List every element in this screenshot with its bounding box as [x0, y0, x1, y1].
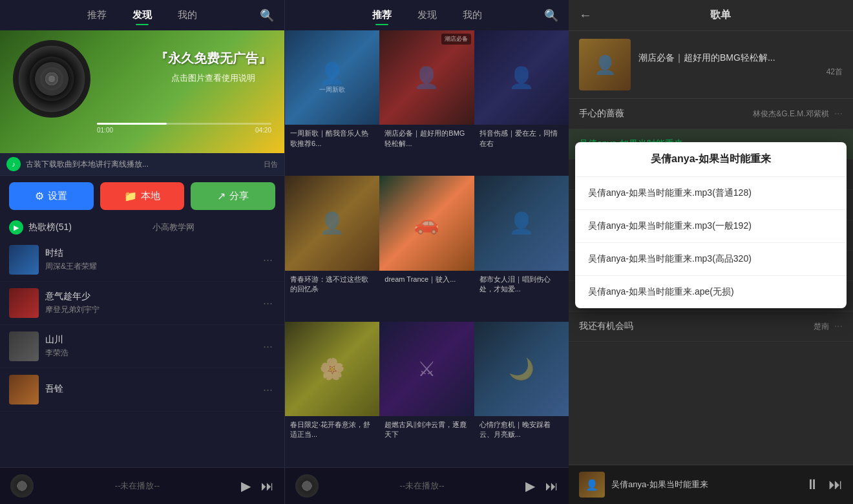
- site-name: 小高教学网: [72, 222, 275, 233]
- hero-banner[interactable]: 『永久免费无广告』 点击图片查看使用说明 01:00 04:20: [0, 30, 284, 153]
- pause-button-p3[interactable]: ⏸: [805, 476, 819, 493]
- card-image-1: 👤 一周新歌: [285, 30, 379, 125]
- card-overlay-9: 心情疗愈机｜晚安踩着云、月亮贩...: [474, 416, 569, 444]
- panel3-player: 👤 吴倩anya-如果当时能重来 ⏸ ⏭: [569, 465, 853, 504]
- card-caption-3: 抖音伤感｜爱在左，同情在右: [479, 129, 563, 149]
- discover-card-4[interactable]: 👤 青春环游：逃不过这些歌的回忆杀: [285, 176, 379, 321]
- song-info: 吾铨: [45, 383, 260, 397]
- card-image-5: 🚗: [379, 176, 474, 270]
- song-item[interactable]: 意气趁年少 摩登兄弟刘宇宁 ···: [0, 282, 284, 325]
- local-button[interactable]: 📁 本地: [100, 182, 185, 210]
- card-overlay-1: 一周新歌｜酷我音乐人热歌推荐6...: [285, 125, 379, 152]
- bottom-player-p2: --未在播放-- ▶ ⏭: [285, 467, 569, 504]
- panel3-controls: ⏸ ⏭: [805, 476, 843, 493]
- card-image-2: 👤 潮店必备: [379, 30, 474, 125]
- panel3-header: ← 歌单: [569, 0, 853, 31]
- hero-subtitle: 点击图片查看使用说明: [155, 72, 271, 84]
- playlist-song-name: 手心的蔷薇: [579, 108, 753, 120]
- song-thumb: [9, 245, 39, 275]
- card-image-3: 👤: [474, 30, 569, 125]
- panel1-nav: 推荐 发现 我的 🔍: [0, 0, 284, 30]
- panel-discover: 推荐 发现 我的 🔍 👤 一周新歌 一周新歌｜酷我音乐人热歌推荐6... 👤 潮…: [284, 0, 569, 504]
- card-image-7: 🌸: [285, 322, 379, 416]
- card-image-6: 👤: [474, 176, 569, 270]
- download-option-128[interactable]: 吴倩anya-如果当时能重来.mp3(普通128): [575, 177, 847, 210]
- player-controls-p2: ▶ ⏭: [525, 478, 558, 494]
- ticker-icon: ♪: [6, 157, 21, 171]
- more-options-btn[interactable]: ···: [834, 108, 843, 120]
- next-button-p3[interactable]: ⏭: [828, 476, 843, 493]
- discover-card-5[interactable]: 🚗 dream Trance｜驶入...: [379, 176, 474, 321]
- download-dialog: 吴倩anya-如果当时能重来 吴倩anya-如果当时能重来.mp3(普通128)…: [575, 142, 847, 308]
- card-overlay-8: 超燃古风‖剑冲云霄，逐鹿天下: [379, 416, 474, 444]
- more-options-btn[interactable]: ···: [834, 320, 843, 332]
- tab-p2-discover[interactable]: 发现: [405, 5, 450, 25]
- card-overlay-5: dream Trance｜驶入...: [379, 271, 474, 288]
- download-option-320[interactable]: 吴倩anya-如果当时能重来.mp3(高品320): [575, 243, 847, 276]
- song-list: 时结 周深&王者荣耀 ··· 意气趁年少 摩登兄弟刘宇宁 ··· 山川 李荣浩 …: [0, 238, 284, 467]
- discover-card-3[interactable]: 👤 抖音伤感｜爱在左，同情在右: [474, 30, 569, 176]
- song-info: 山川 李荣浩: [45, 334, 260, 359]
- download-option-192[interactable]: 吴倩anya-如果当时能重来.mp3(一般192): [575, 210, 847, 243]
- discover-card-2[interactable]: 👤 潮店必备 潮店必备｜超好用的BMG轻松解...: [379, 30, 474, 176]
- discover-card-7[interactable]: 🌸 春日限定·花开春意浓，舒适正当...: [285, 322, 379, 467]
- hot-chart-bar: ▶ 热歌榜(51) 小高教学网: [0, 216, 284, 238]
- card-caption-1: 一周新歌｜酷我音乐人热歌推荐6...: [290, 129, 374, 149]
- song-item[interactable]: 山川 李荣浩 ···: [0, 325, 284, 368]
- card-caption-8: 超燃古风‖剑冲云霄，逐鹿天下: [384, 420, 469, 440]
- card-overlay-3: 抖音伤感｜爱在左，同情在右: [474, 125, 569, 152]
- song-more-btn[interactable]: ···: [260, 297, 275, 310]
- vinyl-record: [13, 40, 90, 118]
- card-caption-6: 都市女人泪｜唱到伤心处，才知爱...: [479, 275, 563, 295]
- progress-times: 01:00 04:20: [97, 127, 271, 134]
- tab-p1-recommend[interactable]: 推荐: [74, 5, 120, 25]
- panel2-nav: 推荐 发现 我的 🔍: [285, 0, 569, 30]
- player-controls: ▶ ⏭: [241, 478, 274, 494]
- song-more-btn[interactable]: ···: [260, 253, 275, 267]
- search-icon[interactable]: 🔍: [260, 8, 274, 23]
- playlist-song-name: 我还有机会吗: [579, 320, 814, 332]
- tab-p2-mine[interactable]: 我的: [450, 5, 495, 25]
- tab-p1-discover[interactable]: 发现: [120, 5, 165, 25]
- discover-card-8[interactable]: ⚔ 超燃古风‖剑冲云霄，逐鹿天下: [379, 322, 474, 467]
- dialog-title: 吴倩anya-如果当时能重来: [575, 142, 847, 177]
- time-total: 04:20: [255, 127, 271, 134]
- playlist-item[interactable]: 我还有机会吗 楚南 ···: [569, 311, 853, 342]
- card-overlay-4: 青春环游：逃不过这些歌的回忆杀: [285, 271, 379, 299]
- song-item[interactable]: 吾铨 ···: [0, 368, 284, 412]
- next-button[interactable]: ⏭: [261, 479, 274, 494]
- tab-p1-mine[interactable]: 我的: [165, 5, 210, 25]
- back-button[interactable]: ←: [579, 8, 592, 23]
- tab-p2-recommend[interactable]: 推荐: [359, 5, 405, 25]
- discover-card-6[interactable]: 👤 都市女人泪｜唱到伤心处，才知爱...: [474, 176, 569, 321]
- player-status: --未在播放--: [34, 480, 241, 492]
- settings-button[interactable]: ⚙ 设置: [9, 182, 94, 210]
- play-button-p2[interactable]: ▶: [525, 478, 535, 494]
- featured-info: 潮店必备｜超好用的BMG轻松解... 42首: [631, 52, 843, 78]
- discover-card-1[interactable]: 👤 一周新歌 一周新歌｜酷我音乐人热歌推荐6...: [285, 30, 379, 176]
- song-item[interactable]: 时结 周深&王者荣耀 ···: [0, 238, 284, 282]
- settings-icon: ⚙: [35, 190, 44, 202]
- card-overlay-6: 都市女人泪｜唱到伤心处，才知爱...: [474, 271, 569, 299]
- discover-card-9[interactable]: 🌙 心情疗愈机｜晚安踩着云、月亮贩...: [474, 322, 569, 467]
- song-more-btn[interactable]: ···: [260, 340, 275, 353]
- artist-name: 林俊杰&G.E.M.邓紫棋: [753, 109, 828, 120]
- hero-title: 『永久免费无广告』: [155, 50, 271, 67]
- download-option-ape[interactable]: 吴倩anya-如果当时能重来.ape(无损): [575, 276, 847, 308]
- next-button-p2[interactable]: ⏭: [545, 479, 558, 494]
- discover-grid: 👤 一周新歌 一周新歌｜酷我音乐人热歌推荐6... 👤 潮店必备 潮店必备｜超好…: [285, 30, 569, 467]
- card-caption-7: 春日限定·花开春意浓，舒适正当...: [290, 420, 374, 440]
- play-button[interactable]: ▶: [241, 478, 251, 494]
- ticker-tag: 日告: [264, 160, 278, 169]
- card-overlay-2: 潮店必备｜超好用的BMG轻松解...: [379, 125, 474, 152]
- search-icon-p2[interactable]: 🔍: [544, 8, 558, 23]
- playlist-item[interactable]: 手心的蔷薇 林俊杰&G.E.M.邓紫棋 ···: [569, 99, 853, 129]
- settings-label: 设置: [48, 190, 67, 202]
- folder-icon: 📁: [124, 190, 137, 202]
- share-button[interactable]: ↗ 分享: [191, 182, 275, 210]
- song-more-btn[interactable]: ···: [260, 383, 275, 397]
- featured-song[interactable]: 👤 潮店必备｜超好用的BMG轻松解... 42首: [569, 31, 853, 99]
- featured-thumb: 👤: [579, 39, 631, 90]
- card-image-4: 👤: [285, 176, 379, 270]
- card-caption-5: dream Trance｜驶入...: [384, 275, 469, 284]
